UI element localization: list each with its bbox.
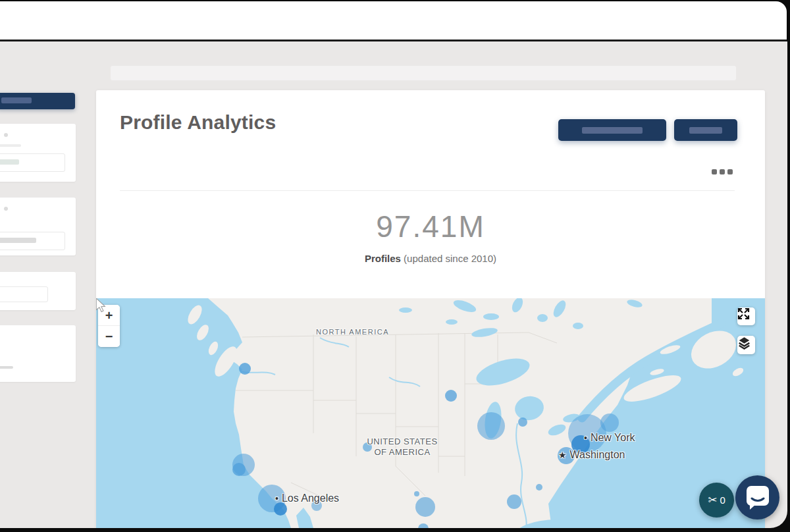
map-label-north-america: NORTH AMERICA: [316, 328, 389, 336]
map-bubble[interactable]: [239, 363, 251, 375]
button-label-placeholder: [582, 127, 643, 134]
zoom-in-button[interactable]: +: [98, 305, 120, 326]
zoom-out-button[interactable]: −: [98, 326, 120, 347]
app-workspace: Profile Analytics 97.41M Profiles (updat…: [0, 41, 787, 528]
layers-icon: [737, 336, 751, 350]
scissors-icon: ✂: [708, 493, 717, 507]
profiles-count-label: Profiles (updated since 2010): [96, 253, 765, 264]
sidebar-input[interactable]: [0, 153, 65, 172]
map-city-label: •Los Angeles: [275, 492, 339, 504]
overflow-menu-icon[interactable]: [712, 169, 733, 174]
map-bubble[interactable]: [445, 390, 457, 402]
city-name: Los Angeles: [282, 492, 339, 504]
header-divider: [120, 190, 735, 191]
clipboard-counter-button[interactable]: ✂ 0: [699, 483, 734, 518]
map-bubble[interactable]: [600, 413, 619, 432]
button-label-placeholder: [689, 127, 722, 134]
sidebar-input[interactable]: [0, 286, 48, 302]
map-bubble[interactable]: [232, 463, 246, 476]
browser-chrome: [0, 1, 787, 41]
map-canvas[interactable]: NORTH AMERICA UNITED STATES OF AMERICA •…: [96, 298, 765, 528]
map-bubble[interactable]: [414, 491, 419, 496]
map-bubble[interactable]: [536, 484, 542, 491]
city-dot-icon: •: [275, 493, 278, 504]
placeholder-line: [0, 144, 21, 147]
profiles-count: 97.41M: [96, 209, 765, 244]
profiles-label-rest: (updated since 2010): [401, 253, 496, 264]
input-value-placeholder: [0, 159, 19, 165]
city-dot-icon: •: [584, 433, 587, 443]
city-name: New York: [591, 432, 635, 443]
clip-count: 0: [720, 494, 725, 506]
sidebar-card: [0, 124, 76, 182]
sidebar-primary-button[interactable]: [0, 93, 75, 109]
map-bubble[interactable]: [477, 412, 505, 440]
input-value-placeholder: [0, 238, 36, 243]
city-name: Washington: [570, 449, 625, 460]
toolbar-placeholder: [111, 66, 736, 80]
map-bubble[interactable]: [518, 417, 527, 427]
sidebar-card: [0, 272, 76, 310]
fullscreen-button[interactable]: [737, 307, 755, 325]
placeholder-dot: [4, 133, 8, 137]
page-title: Profile Analytics: [120, 111, 276, 134]
sidebar-card: [0, 325, 76, 382]
placeholder-dot: [4, 207, 8, 211]
header-secondary-button[interactable]: [674, 119, 737, 141]
map-zoom-control: + −: [98, 305, 120, 347]
map-bubble[interactable]: [274, 502, 287, 516]
chat-launcher-button[interactable]: [735, 475, 779, 519]
map-city-label: •New York: [584, 432, 635, 444]
profiles-label-bold: Profiles: [365, 253, 401, 264]
placeholder-line: [0, 366, 13, 369]
profile-analytics-card: Profile Analytics 97.41M Profiles (updat…: [96, 90, 765, 528]
expand-arrows-icon: [737, 307, 750, 320]
layers-button[interactable]: [737, 336, 755, 354]
map-label-usa: UNITED STATES OF AMERICA: [353, 437, 452, 458]
map-bubble[interactable]: [415, 497, 435, 517]
basemap: [96, 298, 765, 528]
chat-bubble-icon: [745, 485, 770, 511]
map-bubble[interactable]: [507, 494, 521, 509]
map-city-label: ★Washington: [558, 449, 625, 461]
capital-star-icon: ★: [558, 450, 567, 460]
button-label-placeholder: [1, 97, 32, 103]
sidebar-card: [0, 198, 76, 255]
header-primary-button[interactable]: [558, 119, 666, 141]
sidebar-input[interactable]: [0, 232, 65, 250]
